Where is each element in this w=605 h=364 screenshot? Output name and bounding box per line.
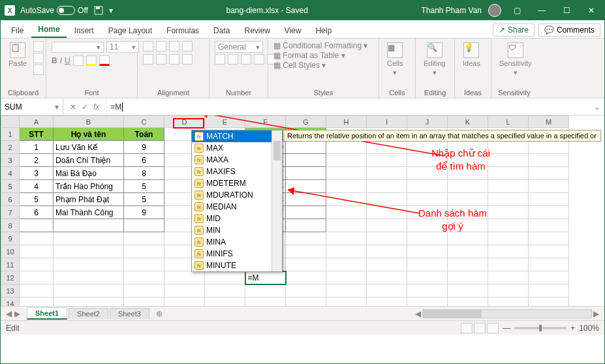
wrap-text-icon[interactable] — [182, 41, 193, 52]
user-avatar[interactable] — [488, 4, 501, 17]
cell[interactable] — [54, 232, 124, 245]
cell[interactable]: 9 — [124, 206, 164, 219]
cell[interactable] — [326, 284, 367, 297]
sheet-nav-next-icon[interactable]: ▶ — [14, 309, 20, 318]
inc-decimal-icon[interactable] — [254, 54, 264, 65]
cell[interactable] — [367, 245, 407, 258]
underline-button[interactable]: U — [65, 56, 70, 65]
function-suggestion[interactable]: fxMAXIFS — [192, 166, 282, 177]
merge-icon[interactable] — [182, 54, 193, 65]
minimize-button[interactable]: — — [533, 1, 551, 20]
cell[interactable]: Mai Bá Đạo — [54, 167, 124, 180]
function-suggestion[interactable]: fxMATCH — [192, 130, 282, 142]
row-header[interactable]: 14 — [1, 297, 20, 307]
align-bottom-icon[interactable] — [169, 41, 179, 52]
cell[interactable] — [488, 193, 529, 206]
col-header[interactable]: C — [124, 116, 164, 128]
sheet-nav-prev-icon[interactable]: ◀ — [6, 309, 12, 318]
row-header[interactable]: 13 — [1, 284, 20, 297]
cell[interactable] — [205, 284, 245, 297]
cell[interactable] — [488, 297, 529, 307]
cell[interactable] — [488, 180, 529, 193]
cell[interactable] — [326, 219, 367, 232]
tab-data[interactable]: Data — [207, 23, 236, 38]
cell[interactable] — [54, 297, 124, 307]
fx-icon[interactable]: fx — [93, 102, 99, 112]
cancel-formula-icon[interactable]: ✕ — [70, 102, 76, 112]
view-break-icon[interactable] — [487, 323, 499, 333]
paste-button[interactable]: 📋Paste — [6, 41, 29, 68]
cell[interactable] — [286, 219, 326, 232]
cell[interactable] — [488, 167, 529, 180]
cell[interactable]: Họ và tên — [54, 128, 124, 141]
cell-styles-button[interactable]: ▦ Cell Styles ▾ — [273, 61, 326, 70]
cell[interactable] — [488, 206, 529, 219]
cell[interactable] — [54, 245, 124, 258]
cell[interactable] — [529, 154, 569, 167]
italic-button[interactable]: I — [60, 56, 62, 65]
popup-scrollbar[interactable] — [271, 130, 282, 271]
cell[interactable]: 9 — [124, 141, 164, 154]
cell[interactable] — [286, 167, 326, 180]
cell[interactable] — [124, 258, 164, 271]
comments-button[interactable]: 💬 Comments — [538, 23, 600, 37]
function-suggestion[interactable]: fxMID — [192, 213, 282, 224]
cell[interactable] — [488, 219, 529, 232]
cell[interactable] — [124, 219, 164, 232]
row-header[interactable]: 9 — [1, 232, 20, 245]
cell[interactable]: 8 — [124, 167, 164, 180]
cell[interactable] — [488, 258, 529, 271]
font-name-dropdown[interactable]: ▾ — [52, 42, 104, 53]
sheet-tab-1[interactable]: Sheet1 — [27, 307, 67, 320]
function-suggestion[interactable]: fxMAXA — [192, 154, 282, 166]
cell[interactable] — [326, 245, 367, 258]
cell[interactable] — [326, 167, 367, 180]
cell[interactable] — [20, 297, 54, 307]
function-suggestion[interactable]: fxMINUTE — [192, 260, 282, 271]
align-middle-icon[interactable] — [156, 41, 166, 52]
cell[interactable]: Phạm Phát Đạt — [54, 193, 124, 206]
cell[interactable] — [286, 258, 326, 271]
cell[interactable] — [488, 245, 529, 258]
function-suggestion[interactable]: fxMINIFS — [192, 248, 282, 260]
cell[interactable] — [488, 271, 529, 284]
cell[interactable] — [529, 206, 569, 219]
tab-page-layout[interactable]: Page Layout — [102, 23, 159, 38]
copy-icon[interactable] — [33, 53, 44, 63]
close-button[interactable]: ✕ — [582, 1, 600, 20]
enter-formula-icon[interactable]: ✓ — [82, 102, 88, 112]
cell[interactable] — [367, 167, 407, 180]
col-header[interactable]: B — [54, 116, 124, 128]
cell[interactable]: =M — [245, 271, 286, 284]
formula-input[interactable]: =M — [106, 99, 590, 115]
cell[interactable]: 2 — [20, 154, 54, 167]
cell[interactable] — [529, 141, 569, 154]
col-header[interactable]: M — [529, 116, 569, 128]
cell[interactable] — [407, 284, 448, 297]
expand-formula-bar-icon[interactable]: ⌄ — [590, 102, 604, 112]
cell[interactable] — [286, 271, 326, 284]
cell[interactable]: STT — [20, 128, 54, 141]
name-box[interactable]: SUM▾ — [1, 99, 63, 115]
cell[interactable] — [529, 284, 569, 297]
cell[interactable] — [529, 180, 569, 193]
cell[interactable] — [20, 271, 54, 284]
cell[interactable] — [367, 258, 407, 271]
align-top-icon[interactable] — [143, 41, 153, 52]
function-suggestion[interactable]: fxMDURATION — [192, 189, 282, 201]
tab-file[interactable]: File — [5, 23, 30, 38]
cell[interactable] — [164, 271, 205, 284]
cell[interactable] — [326, 232, 367, 245]
tab-insert[interactable]: Insert — [68, 23, 101, 38]
col-header[interactable]: L — [488, 116, 529, 128]
spreadsheet-grid[interactable]: ABCDEFGHIJKLM1STTHọ và tênToániểm TBHọc … — [1, 115, 604, 306]
zoom-level[interactable]: 100% — [579, 324, 599, 333]
fill-color-icon[interactable] — [86, 55, 97, 66]
cell[interactable] — [124, 297, 164, 307]
zoom-in-button[interactable]: + — [570, 324, 575, 333]
font-size-dropdown[interactable]: 11▾ — [106, 41, 139, 53]
ribbon-options-icon[interactable]: ▢ — [508, 1, 526, 20]
cell[interactable] — [286, 232, 326, 245]
cell[interactable]: Lưu Văn Kế — [54, 141, 124, 154]
new-sheet-button[interactable]: ⊕ — [151, 309, 168, 318]
